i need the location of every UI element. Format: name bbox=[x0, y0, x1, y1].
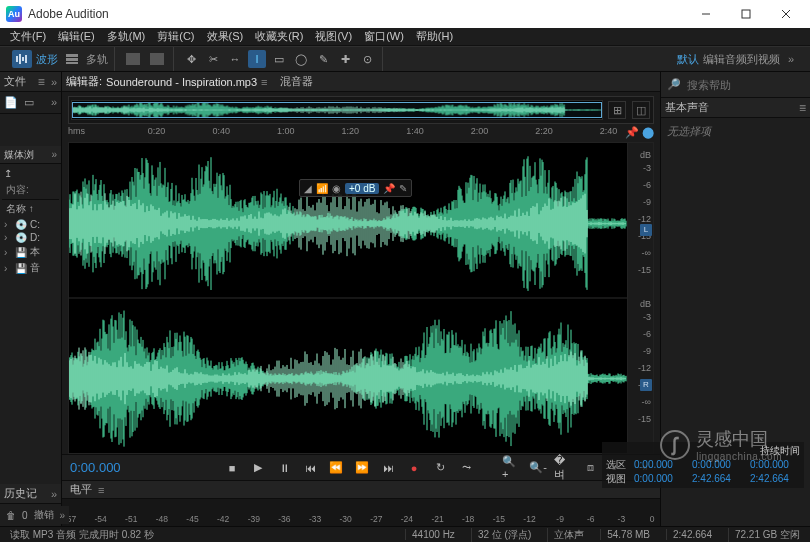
menu-help[interactable]: 帮助(H) bbox=[410, 29, 459, 44]
levels-meter[interactable]: -57-54-51-48-45-42-39-36-33-30-27-24-21-… bbox=[62, 498, 660, 526]
record-button[interactable]: ● bbox=[404, 459, 424, 477]
menu-multitrack[interactable]: 多轨(M) bbox=[101, 29, 152, 44]
zoom-selection-button[interactable]: ⧈ bbox=[580, 459, 600, 477]
skip-start-button[interactable]: ⏮ bbox=[300, 459, 320, 477]
zoom-in-button[interactable]: 🔍+ bbox=[502, 459, 522, 477]
hud-pin-icon[interactable]: 📌 bbox=[383, 183, 395, 194]
zoom-full-button[interactable]: �벼 bbox=[554, 459, 574, 477]
content-label: 内容: bbox=[2, 181, 59, 200]
stop-button[interactable]: ■ bbox=[222, 459, 242, 477]
menu-clip[interactable]: 剪辑(C) bbox=[151, 29, 200, 44]
status-sample-rate: 44100 Hz bbox=[405, 529, 461, 540]
timing-view-dur[interactable]: 2:42.664 bbox=[750, 472, 800, 486]
center-column: 编辑器: Sounderound - Inspiration.mp3 ≡ 混音器… bbox=[62, 72, 660, 526]
menu-file[interactable]: 文件(F) bbox=[4, 29, 52, 44]
workspace-default[interactable]: 默认 bbox=[677, 52, 699, 67]
maximize-button[interactable] bbox=[726, 0, 766, 28]
rewind-button[interactable]: ⏪ bbox=[326, 459, 346, 477]
tool-stamp[interactable]: ⊙ bbox=[358, 50, 376, 68]
media-browser-title: 媒体浏 bbox=[4, 148, 34, 162]
skip-selection-button[interactable]: ⤳ bbox=[456, 459, 476, 477]
files-more-icon[interactable]: » bbox=[51, 96, 57, 109]
tool-heal[interactable]: ✚ bbox=[336, 50, 354, 68]
workspace-edit-audio-video[interactable]: 编辑音频到视频 bbox=[703, 52, 780, 67]
drive-item[interactable]: ›💾本 bbox=[2, 244, 59, 260]
timing-view-label: 视图 bbox=[606, 472, 626, 486]
forward-button[interactable]: ⏩ bbox=[352, 459, 372, 477]
history-panel-header[interactable]: 历史记 » bbox=[0, 484, 61, 504]
overview-bar[interactable]: ⊞ ◫ bbox=[68, 96, 654, 124]
levels-panel-header[interactable]: 电平 ≡ bbox=[62, 480, 660, 498]
essential-sound-header[interactable]: 基本声音 ≡ bbox=[661, 98, 810, 118]
name-column-header[interactable]: 名称 ↑ bbox=[2, 200, 59, 218]
play-button[interactable]: ▶ bbox=[248, 459, 268, 477]
timing-view-end[interactable]: 2:42.664 bbox=[692, 472, 742, 486]
undo-count: 0 bbox=[22, 510, 28, 521]
svg-rect-8 bbox=[66, 54, 78, 57]
tool-spectral-pitch[interactable] bbox=[147, 50, 167, 68]
editor-tabs: 编辑器: Sounderound - Inspiration.mp3 ≡ 混音器 bbox=[62, 72, 660, 92]
tab-editor[interactable]: 编辑器: Sounderound - Inspiration.mp3 ≡ bbox=[66, 74, 268, 89]
tab-mixer-label: 混音器 bbox=[280, 74, 313, 89]
hud-toolbar[interactable]: ◢ 📶 ◉ +0 dB 📌 ✎ bbox=[299, 179, 412, 197]
undo-delete-icon[interactable]: 🗑 bbox=[6, 510, 16, 521]
timing-selection-end[interactable]: 0:00.000 bbox=[692, 458, 742, 472]
tab-mixer[interactable]: 混音器 bbox=[280, 74, 313, 89]
tool-slip[interactable]: ↔ bbox=[226, 50, 244, 68]
files-panel-menu-icon[interactable]: ≡ bbox=[38, 75, 45, 89]
drive-item[interactable]: ›💾音 bbox=[2, 260, 59, 276]
record-file-icon[interactable]: ▭ bbox=[24, 96, 34, 109]
help-search-input[interactable] bbox=[687, 79, 810, 91]
history-panel-title: 历史记 bbox=[4, 486, 37, 501]
minimize-button[interactable] bbox=[686, 0, 726, 28]
zoom-out-button[interactable]: 🔍- bbox=[528, 459, 548, 477]
mode-waveform-button[interactable] bbox=[12, 50, 32, 68]
timing-view-start[interactable]: 0:00.000 bbox=[634, 472, 684, 486]
tool-spectral-freq[interactable] bbox=[123, 50, 143, 68]
tool-time-select[interactable]: I bbox=[248, 50, 266, 68]
status-filesize: 54.78 MB bbox=[600, 529, 656, 540]
hud-signal-icon[interactable]: 📶 bbox=[316, 183, 328, 194]
tab-options-icon[interactable]: ≡ bbox=[261, 76, 267, 88]
settings-icon[interactable]: ⬤ bbox=[642, 126, 654, 142]
tool-lasso[interactable]: ◯ bbox=[292, 50, 310, 68]
svg-rect-10 bbox=[66, 62, 78, 64]
waveform-view[interactable]: dB-3-6-9-12-15-∞-15LdB-3-6-9-12-15-∞-15R… bbox=[68, 142, 654, 454]
essential-sound-title: 基本声音 bbox=[665, 100, 709, 115]
loop-button[interactable]: ↻ bbox=[430, 459, 450, 477]
timecode-display[interactable]: 0:00.000 bbox=[70, 460, 150, 475]
hud-pan-icon[interactable]: ◉ bbox=[332, 183, 341, 194]
tool-marquee[interactable]: ▭ bbox=[270, 50, 288, 68]
menu-effects[interactable]: 效果(S) bbox=[201, 29, 250, 44]
timing-selection-start[interactable]: 0:00.000 bbox=[634, 458, 684, 472]
close-button[interactable] bbox=[766, 0, 806, 28]
overview-nav-button[interactable]: ◫ bbox=[632, 101, 650, 119]
essential-sound-menu-icon[interactable]: ≡ bbox=[799, 101, 806, 115]
drive-item[interactable]: ›💿D: bbox=[2, 231, 59, 244]
files-panel-header[interactable]: 文件 ≡ » bbox=[0, 72, 61, 92]
hud-edit-icon[interactable]: ✎ bbox=[399, 183, 407, 194]
menu-edit[interactable]: 编辑(E) bbox=[52, 29, 101, 44]
amplitude-ruler[interactable]: dB-3-6-9-12-15-∞-15LdB-3-6-9-12-15-∞-15R bbox=[627, 143, 653, 453]
drive-up-icon[interactable]: ↥ bbox=[4, 168, 12, 179]
menu-favorites[interactable]: 收藏夹(R) bbox=[249, 29, 309, 44]
overview-waveform[interactable] bbox=[71, 100, 603, 120]
tool-razor[interactable]: ✂ bbox=[204, 50, 222, 68]
svg-rect-9 bbox=[66, 58, 78, 61]
overview-zoom-button[interactable]: ⊞ bbox=[608, 101, 626, 119]
tool-brush[interactable]: ✎ bbox=[314, 50, 332, 68]
skip-end-button[interactable]: ⏭ bbox=[378, 459, 398, 477]
overview-viewport-handle[interactable] bbox=[72, 102, 602, 118]
pause-button[interactable]: ⏸ bbox=[274, 459, 294, 477]
open-file-icon[interactable]: 📄 bbox=[4, 96, 18, 109]
timing-selection-dur[interactable]: 0:00.000 bbox=[750, 458, 800, 472]
menu-view[interactable]: 视图(V) bbox=[309, 29, 358, 44]
drive-item[interactable]: ›💿C: bbox=[2, 218, 59, 231]
hud-gain-value[interactable]: +0 dB bbox=[345, 183, 379, 194]
time-ruler[interactable]: hms 0:200:401:001:201:402:002:202:40 📌 ⬤ bbox=[68, 126, 654, 142]
menu-window[interactable]: 窗口(W) bbox=[358, 29, 410, 44]
media-browser-header[interactable]: 媒体浏 » bbox=[0, 146, 61, 164]
tool-move[interactable]: ✥ bbox=[182, 50, 200, 68]
hud-fade-icon[interactable]: ◢ bbox=[304, 183, 312, 194]
mode-multitrack-button[interactable] bbox=[62, 50, 82, 68]
